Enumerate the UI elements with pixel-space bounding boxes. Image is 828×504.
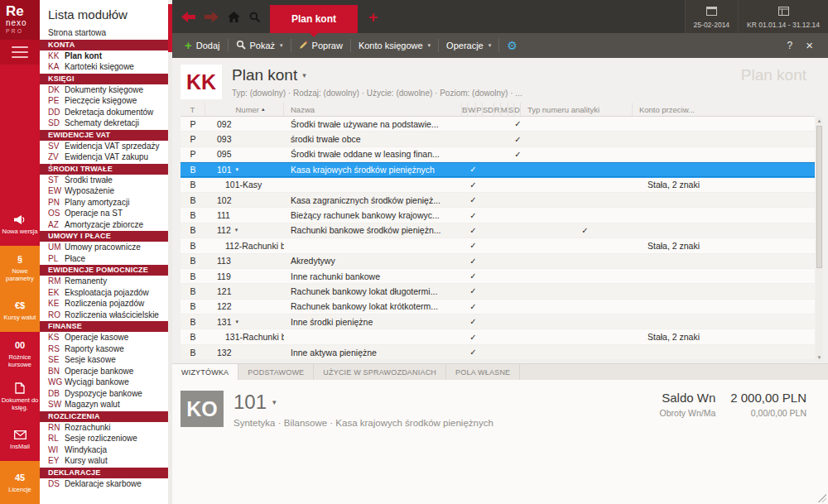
expand-icon[interactable]: ▾ (236, 319, 239, 325)
table-row[interactable]: B101▾Kasa krajowych środków pieniężnych✓ (181, 162, 815, 177)
sidebar-item-pn[interactable]: PNPlany amortyzacji (40, 197, 172, 209)
sidebar-item-strona-startowa[interactable]: Strona startowa (40, 27, 172, 39)
sidebar-item-rl[interactable]: RLSesje rozliczeniowe (40, 433, 172, 444)
sidebar-item-um[interactable]: UMUmowy pracownicze (40, 242, 172, 253)
table-row[interactable]: B131-Rachunki bankowe✓Stała, 2 znaki (181, 329, 815, 344)
sidebar-item-pl[interactable]: PLPłace (40, 253, 172, 265)
table-row[interactable]: B122Rachunek bankowy lokat krótkoterm...… (181, 300, 815, 314)
current-date-box[interactable]: 25-02-2014 (685, 0, 738, 33)
filter-summary[interactable]: Typ: (dowolny) · Rodzaj: (dowolny) · Uży… (232, 89, 522, 98)
scroll-down-icon[interactable]: ▼ (816, 353, 823, 362)
column-header-m[interactable]: M (501, 103, 508, 116)
fiscal-period-box[interactable]: KR 01.01.14 - 31.12.14 (738, 0, 828, 33)
detail-tab-wizyt-wka[interactable]: WIZYTÓWKA (172, 364, 238, 380)
table-scrollbar-thumb[interactable] (816, 126, 822, 268)
table-row[interactable]: B112-Rachunki bankowe✓Stała, 2 znaki (181, 238, 815, 253)
sidebar-item-bn[interactable]: BNOperacje bankowe (40, 366, 172, 377)
column-header-p[interactable]: P (476, 103, 482, 116)
sidebar-item-pe[interactable]: PEPieczęcie księgowe (40, 95, 172, 107)
ustawienia-button[interactable]: ⚙ (499, 33, 525, 58)
table-row[interactable]: B131▾Inne środki pieniężne✓ (181, 314, 815, 329)
table-scrollbar[interactable]: ▲ ▼ (816, 117, 823, 362)
detail-tab-podstawowe[interactable]: PODSTAWOWE (238, 364, 314, 380)
sidebar-item-st[interactable]: STŚrodki trwałe (40, 175, 172, 186)
table-row[interactable]: B111Bieżący rachunek bankowy krajowyc...… (181, 208, 815, 223)
search-icon[interactable] (249, 12, 260, 22)
tab-plan-kont[interactable]: Plan kont (270, 5, 358, 33)
sidebar-item-rs[interactable]: RSRaporty kasowe (40, 343, 172, 355)
new-tab-button[interactable]: + (368, 9, 378, 25)
sidebar-item-dk[interactable]: DKDokumenty księgowe (40, 84, 172, 96)
column-header-s[interactable]: S (508, 103, 514, 116)
column-header-d[interactable]: D (514, 103, 521, 116)
column-header-nazwa[interactable]: Nazwa (284, 103, 462, 116)
sidebar-item-wi[interactable]: WIWindykacja (40, 444, 172, 456)
rail-item-nowa-wersja[interactable]: Nowa wersja (0, 203, 40, 246)
table-row[interactable]: B113Akredytywy✓ (181, 254, 815, 269)
sidebar-item-wg[interactable]: WGWyciągi bankowe (40, 377, 172, 388)
table-row[interactable]: P093środki trwałe obce✓ (181, 132, 815, 146)
sidebar-item-ek[interactable]: EKEksploatacja pojazdów (40, 287, 172, 299)
table-row[interactable]: P095Środki trwałe oddane w leasing finan… (181, 147, 815, 162)
operacje-button[interactable]: Operacje▾ (439, 33, 498, 58)
rail-item-kursy-walut[interactable]: €$Kursy walut (0, 289, 40, 332)
table-row[interactable]: P092Środki trwałe używane na podstawie..… (181, 117, 815, 132)
table-row[interactable]: B101-Kasy✓Stała, 2 znaki (181, 178, 815, 193)
konto-ksiegowe-button[interactable]: Konto księgowe▾ (351, 33, 438, 58)
sidebar-item-se[interactable]: SESesje kasowe (40, 354, 172, 366)
detail-tab-pola-w-asne[interactable]: POLA WŁASNE (446, 364, 520, 380)
sidebar-item-ey[interactable]: EYKursy walut (40, 455, 172, 467)
home-icon[interactable] (228, 12, 240, 22)
sidebar-item-db[interactable]: DBDyspozycje bankowe (40, 388, 172, 400)
column-header-t[interactable]: T (181, 103, 205, 116)
chevron-down-icon[interactable]: ▾ (302, 71, 306, 79)
column-header-r[interactable]: R (494, 103, 501, 116)
rail-item-dokument-do-ksieg[interactable]: Dokument do księg. (0, 375, 40, 418)
table-row[interactable]: B119Inne rachunki bankowe✓ (181, 269, 815, 284)
sidebar-item-zv[interactable]: ZVEwidencja VAT zakupu (40, 151, 172, 163)
sidebar-item-ew[interactable]: EWWyposażenie (40, 185, 172, 197)
sidebar-item-ks[interactable]: KSOperacje kasowe (40, 332, 172, 343)
popraw-button[interactable]: Popraw (291, 33, 350, 58)
column-header-typ[interactable]: Typ numeru analityki (521, 103, 633, 116)
detail-tab-u-ycie-w-sprawozdaniach[interactable]: UŻYCIE W SPRAWOZDANIACH (314, 364, 446, 380)
table-row[interactable]: B132Inne aktywa pieniężne✓ (181, 345, 815, 360)
table-row[interactable]: B102Kasa zagranicznych środków pienięż..… (181, 193, 815, 208)
chevron-down-icon[interactable]: ▾ (272, 398, 277, 406)
dodaj-button[interactable]: +Dodaj (177, 33, 228, 58)
rail-item-nowe-parametry[interactable]: §Nowe parametry (0, 246, 40, 289)
resize-grip-icon[interactable] (818, 494, 826, 502)
sidebar-item-sw[interactable]: SWMagazyn walut (40, 399, 172, 410)
scroll-up-icon[interactable]: ▲ (816, 117, 823, 125)
sidebar-item-ro[interactable]: RORozliczenia właścicielskie (40, 310, 172, 321)
back-icon[interactable] (181, 12, 195, 22)
column-header-sd[interactable]: SD (483, 103, 494, 116)
column-header-b[interactable]: B (462, 103, 468, 116)
forward-icon[interactable] (205, 12, 219, 22)
table-row[interactable]: B112▾Rachunki bankowe środków pieniężn..… (181, 223, 815, 238)
expand-icon[interactable]: ▾ (236, 166, 239, 173)
sidebar-item-rm[interactable]: RMRemanenty (40, 276, 172, 287)
sidebar-item-ds[interactable]: DSDeklaracje skarbowe (40, 478, 172, 490)
close-icon[interactable]: × (806, 40, 813, 51)
sidebar-item-ke[interactable]: KERozliczenia pojazdów (40, 298, 172, 310)
sidebar-item-az[interactable]: AZAmortyzacje zbiorcze (40, 219, 172, 231)
sidebar-item-os[interactable]: OSOperacje na ST (40, 208, 172, 219)
sidebar-item-sv[interactable]: SVEwidencja VAT sprzedaży (40, 141, 172, 152)
rail-item-licencje[interactable]: 45Licencje (0, 461, 40, 504)
column-header-numer[interactable]: Numer▴ (205, 103, 284, 116)
pokaz-button[interactable]: Pokaż▾ (229, 33, 291, 58)
sidebar-item-sd[interactable]: SDSchematy dekretacji (40, 118, 172, 129)
help-button[interactable]: ? (787, 40, 793, 51)
rail-item-insmail[interactable]: InsMail (0, 418, 40, 461)
column-header-konto[interactable]: Konto przeciw... (633, 103, 815, 116)
sidebar-item-dd[interactable]: DDDekretacja dokumentów (40, 107, 172, 118)
sidebar-item-rn[interactable]: RNRozrachunki (40, 422, 172, 434)
table-row[interactable]: B121Rachunek bankowy lokat długotermi...… (181, 284, 815, 299)
menu-icon[interactable] (0, 40, 40, 65)
rail-item-roznice-kursowe[interactable]: 00Różnice kursowe (0, 332, 40, 375)
expand-icon[interactable]: ▾ (235, 227, 238, 233)
sidebar-item-ka[interactable]: KAKartoteki księgowe (40, 61, 172, 73)
column-header-w[interactable]: W (468, 103, 476, 116)
sidebar-item-kk[interactable]: KKPlan kont (40, 50, 172, 62)
